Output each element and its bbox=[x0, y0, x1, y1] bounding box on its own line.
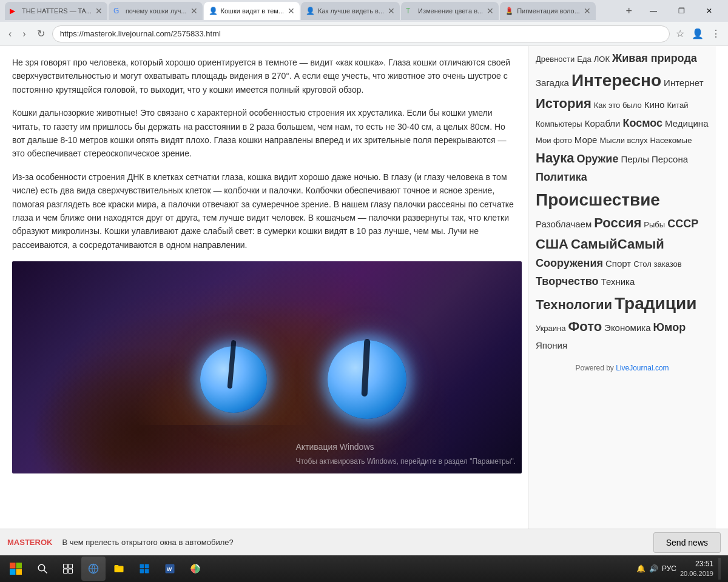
tag-item[interactable]: Еда bbox=[577, 54, 592, 65]
svg-rect-9 bbox=[69, 569, 73, 574]
tag-item[interactable]: ЛОК bbox=[594, 54, 610, 65]
volume-icon[interactable]: 🔊 bbox=[649, 564, 658, 573]
tab-close-icon[interactable]: ✕ bbox=[288, 6, 295, 16]
tag-item[interactable]: Традиции bbox=[615, 292, 696, 315]
browser-tab-tab5[interactable]: TИзменение цвета в...✕ bbox=[401, 2, 499, 20]
send-news-button[interactable]: Send news bbox=[653, 532, 721, 553]
chrome-taskbar-button[interactable] bbox=[183, 557, 207, 581]
start-button[interactable] bbox=[2, 557, 29, 581]
browser-tab-tab2[interactable]: Gпочему кошки луч...✕ bbox=[109, 2, 203, 20]
tag-item[interactable]: США bbox=[536, 235, 568, 254]
tab-close-icon[interactable]: ✕ bbox=[95, 6, 103, 16]
tag-item[interactable]: Загадка bbox=[536, 76, 569, 89]
tag-item[interactable]: Творчество bbox=[536, 274, 599, 289]
svg-rect-8 bbox=[64, 569, 68, 574]
tag-item[interactable]: Происшествие bbox=[536, 188, 660, 212]
search-taskbar-button[interactable] bbox=[30, 557, 55, 581]
word-taskbar-button[interactable]: W bbox=[158, 557, 182, 581]
maximize-button[interactable]: ❐ bbox=[667, 0, 695, 22]
minimize-button[interactable]: — bbox=[639, 0, 667, 22]
window-controls: — ❐ ✕ bbox=[639, 0, 723, 22]
tab-close-icon[interactable]: ✕ bbox=[190, 6, 198, 16]
tag-item[interactable]: Политика bbox=[536, 170, 587, 185]
browser-taskbar-button[interactable] bbox=[81, 557, 106, 581]
bookmark-button[interactable]: ☆ bbox=[673, 25, 687, 42]
tab-title: Изменение цвета в... bbox=[418, 7, 483, 15]
task-view-icon bbox=[62, 563, 73, 574]
tab-title: почему кошки луч... bbox=[126, 7, 187, 15]
tag-item[interactable]: Наука bbox=[536, 149, 575, 168]
tag-item[interactable]: Как это было bbox=[594, 100, 642, 111]
tag-item[interactable]: Древности bbox=[536, 54, 575, 65]
tag-item[interactable]: Мысли вслух bbox=[599, 135, 647, 146]
tag-item[interactable]: Перлы bbox=[621, 153, 649, 166]
tag-item[interactable]: Юмор bbox=[653, 320, 686, 335]
tab-close-icon[interactable]: ✕ bbox=[584, 6, 591, 16]
livejournal-link[interactable]: LiveJournal.com bbox=[616, 364, 669, 372]
windows-logo-icon bbox=[9, 562, 22, 575]
tag-item[interactable]: Сооружения bbox=[536, 256, 603, 271]
back-button[interactable]: ‹ bbox=[5, 26, 15, 42]
browser-tab-tab1[interactable]: ▶THE HATTERS — TA...✕ bbox=[5, 2, 107, 20]
menu-button[interactable]: ⋮ bbox=[709, 25, 723, 42]
tag-item[interactable]: СамыйСамый bbox=[571, 235, 664, 254]
profile-button[interactable]: 👤 bbox=[689, 25, 706, 42]
new-tab-button[interactable]: + bbox=[621, 5, 637, 18]
store-button[interactable] bbox=[132, 557, 157, 581]
tag-item[interactable]: Япония bbox=[536, 339, 567, 352]
tab-title: Как лучше видеть в... bbox=[318, 7, 384, 15]
tag-item[interactable]: Разоблачаем bbox=[536, 218, 592, 230]
taskbar-right: 🔔 🔊 РУС 23:51 20.06.2019 bbox=[636, 558, 726, 580]
tag-item[interactable]: История bbox=[536, 95, 592, 113]
tag-item[interactable]: Корабли bbox=[585, 117, 621, 130]
svg-rect-1 bbox=[16, 563, 22, 569]
tag-item[interactable]: Мои фото bbox=[536, 135, 572, 146]
tab-close-icon[interactable]: ✕ bbox=[388, 6, 395, 16]
browser-tab-tab3[interactable]: 👤Кошки видят в тем...✕ bbox=[204, 2, 300, 20]
tag-item[interactable]: Спорт bbox=[605, 257, 631, 270]
tag-item[interactable]: Стол заказов bbox=[633, 259, 682, 270]
tag-item[interactable]: Технологии bbox=[536, 296, 612, 315]
tag-item[interactable]: Экономика bbox=[604, 321, 650, 334]
tag-item[interactable]: Интересно bbox=[571, 69, 661, 92]
tag-item[interactable]: Интернет bbox=[664, 76, 703, 89]
tag-item[interactable]: Насекомые bbox=[650, 135, 692, 146]
browser-tab-tab6[interactable]: 💄Пигментация воло...✕ bbox=[500, 2, 596, 20]
system-tray: 🔔 🔊 РУС bbox=[636, 564, 676, 573]
svg-rect-15 bbox=[145, 569, 149, 574]
tag-item[interactable]: Китай bbox=[667, 100, 688, 111]
tag-item[interactable]: Медицина bbox=[665, 117, 708, 130]
svg-text:W: W bbox=[167, 566, 172, 572]
tag-item[interactable]: Оружие bbox=[577, 152, 619, 167]
tag-item[interactable]: Рыбы bbox=[644, 219, 665, 230]
task-view-button[interactable] bbox=[56, 557, 80, 581]
tag-item[interactable]: Россия bbox=[594, 214, 641, 233]
tag-item[interactable]: Кино bbox=[644, 98, 665, 111]
taskbar-clock[interactable]: 23:51 20.06.2019 bbox=[680, 559, 713, 578]
forward-button[interactable]: › bbox=[19, 26, 29, 42]
tag-item[interactable]: Живая природа bbox=[612, 51, 697, 66]
tag-item[interactable]: Украина bbox=[536, 323, 566, 334]
refresh-button[interactable]: ↻ bbox=[33, 25, 49, 42]
tab-close-icon[interactable]: ✕ bbox=[487, 6, 494, 16]
tag-item[interactable]: Космос bbox=[622, 116, 662, 131]
tag-item[interactable]: Компьютеры bbox=[536, 119, 582, 130]
tab-favicon: ▶ bbox=[10, 7, 18, 15]
powered-by: Powered by LiveJournal.com bbox=[536, 364, 709, 372]
url-input[interactable] bbox=[52, 25, 670, 42]
notifications-icon[interactable]: 🔔 bbox=[636, 564, 645, 573]
article-paragraph: Кошки дальнозоркие животные! Это связано… bbox=[12, 106, 516, 161]
file-explorer-button[interactable] bbox=[107, 557, 131, 581]
tag-item[interactable]: СССР bbox=[667, 216, 698, 232]
tag-item[interactable]: Техника bbox=[601, 275, 635, 288]
tag-item[interactable]: Фото bbox=[568, 318, 602, 336]
word-taskbar-icon: W bbox=[164, 563, 175, 574]
main-area: Не зря говорят про человека, который хор… bbox=[0, 46, 728, 529]
tag-item[interactable]: Персона bbox=[652, 153, 688, 166]
tag-item[interactable]: Море bbox=[575, 133, 598, 146]
show-desktop-button[interactable] bbox=[718, 558, 721, 580]
store-icon bbox=[139, 563, 150, 574]
browser-tab-tab4[interactable]: 👤Как лучше видеть в...✕ bbox=[301, 2, 400, 20]
svg-rect-6 bbox=[64, 564, 68, 569]
close-button[interactable]: ✕ bbox=[695, 0, 723, 22]
